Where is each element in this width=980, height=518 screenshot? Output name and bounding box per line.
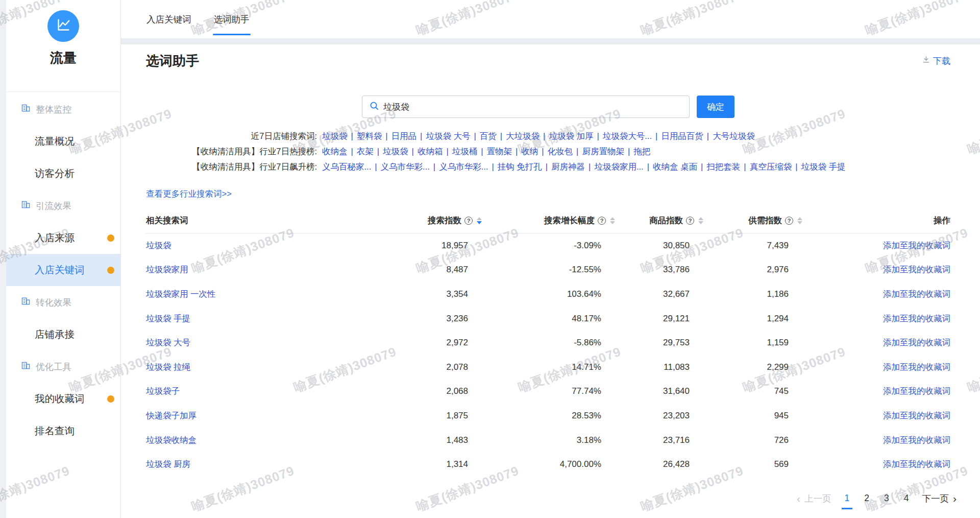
help-icon[interactable] — [686, 217, 694, 225]
keyword-link[interactable]: 垃圾袋家用 — [146, 265, 188, 274]
column-header-商品指数[interactable]: 商品指数 — [615, 215, 703, 226]
suggestion-keyword-link[interactable]: 收纳盒 — [322, 147, 348, 156]
suggestion-keyword-link[interactable]: 收纳 — [521, 147, 538, 156]
help-icon[interactable] — [598, 217, 606, 225]
sidebar-logo-block: 流量 — [6, 10, 120, 92]
keyword-cell: 垃圾袋 厨房 — [146, 459, 337, 470]
suggestion-keyword-link[interactable]: 扫把套装 — [706, 162, 740, 171]
tab-选词助手[interactable]: 选词助手 — [214, 0, 250, 38]
sidebar-item-排名查询[interactable]: 排名查询 — [6, 415, 120, 447]
suggestion-keyword-link[interactable]: 义乌百秘家... — [322, 162, 371, 171]
keyword-link[interactable]: 垃圾袋 手提 — [146, 314, 190, 323]
suggestion-keyword-link[interactable]: 义乌市华彩... — [439, 162, 488, 171]
keyword-link[interactable]: 快递袋子加厚 — [146, 411, 197, 420]
keyword-link[interactable]: 垃圾袋收纳盒 — [146, 435, 197, 444]
add-to-favorites-link[interactable]: 添加至我的收藏词 — [883, 411, 950, 420]
sort-caret-up-icon — [610, 217, 615, 220]
suggestion-keyword-link[interactable]: 垃圾袋 — [383, 147, 408, 156]
sort-icon[interactable] — [698, 217, 703, 224]
keyword-cell: 垃圾袋 — [146, 240, 337, 251]
suggestion-keyword-link[interactable]: 义乌市华彩... — [381, 162, 430, 171]
download-label: 下载 — [933, 55, 950, 67]
add-to-favorites-link[interactable]: 添加至我的收藏词 — [883, 338, 950, 347]
keyword-link[interactable]: 垃圾袋 大号 — [146, 338, 190, 347]
separator: | — [538, 147, 547, 156]
sidebar-item-入店关键词[interactable]: 入店关键词 — [6, 254, 120, 286]
confirm-button[interactable]: 确定 — [697, 96, 734, 118]
keyword-link[interactable]: 垃圾袋 — [146, 241, 172, 250]
suggestion-keyword-link[interactable]: 日用品 — [391, 131, 417, 140]
page-number-3[interactable]: 3 — [883, 492, 891, 505]
suggestion-keyword-link[interactable]: 垃圾袋大号... — [603, 131, 652, 140]
add-to-favorites-link[interactable]: 添加至我的收藏词 — [883, 289, 950, 298]
suggestion-keyword-link[interactable]: 垃圾袋 — [322, 131, 348, 140]
keyword-link[interactable]: 垃圾袋 厨房 — [146, 459, 190, 468]
column-header-搜索指数[interactable]: 搜索指数 — [337, 215, 482, 226]
value-cell-supply_demand: 7,439 — [703, 241, 802, 251]
help-icon[interactable] — [464, 217, 473, 225]
suggestion-keyword-link[interactable]: 拖把 — [633, 147, 650, 156]
add-to-favorites-link[interactable]: 添加至我的收藏词 — [883, 362, 950, 371]
next-page-button[interactable]: 下一页 — [922, 492, 957, 505]
suggestion-keyword-link[interactable]: 挂钩 免打孔 — [498, 162, 542, 171]
suggestion-keyword-link[interactable]: 垃圾袋 大号 — [426, 131, 470, 140]
suggestion-keyword-link[interactable]: 日用品百货 — [661, 131, 703, 140]
sort-icon[interactable] — [797, 217, 802, 224]
page-number-1[interactable]: 1 — [843, 492, 851, 505]
column-header-搜索增长幅度[interactable]: 搜索增长幅度 — [482, 215, 615, 226]
suggestion-keyword-link[interactable]: 百货 — [480, 131, 497, 140]
suggestion-keyword-link[interactable]: 收纳箱 — [418, 147, 443, 156]
suggestion-keyword-link[interactable]: 垃圾桶 — [452, 147, 478, 156]
suggestion-keyword-link[interactable]: 真空压缩袋 — [750, 162, 792, 171]
suggestion-keyword-link[interactable]: 大垃圾袋 — [506, 131, 540, 140]
column-header-供需指数[interactable]: 供需指数 — [703, 215, 802, 226]
keyword-link[interactable]: 垃圾袋子 — [146, 386, 180, 395]
page-number-4[interactable]: 4 — [902, 492, 911, 505]
add-to-favorites-link[interactable]: 添加至我的收藏词 — [883, 435, 950, 444]
page-number-2[interactable]: 2 — [863, 492, 871, 505]
suggestion-keyword-link[interactable]: 垃圾袋家用... — [594, 162, 643, 171]
value-cell-supply_demand: 1,159 — [703, 338, 802, 348]
table-row: 垃圾袋收纳盒1,4833.18%23,716726添加至我的收藏词 — [146, 428, 950, 453]
sidebar-item-访客分析[interactable]: 访客分析 — [6, 157, 120, 190]
separator: | — [512, 147, 521, 156]
tabbar-divider — [121, 38, 980, 44]
help-icon[interactable] — [785, 217, 793, 225]
suggestion-keyword-link[interactable]: 塑料袋 — [357, 131, 382, 140]
search-input[interactable] — [383, 102, 682, 112]
add-to-favorites-link[interactable]: 添加至我的收藏词 — [883, 265, 950, 274]
sidebar-item-流量概况[interactable]: 流量概况 — [6, 125, 120, 157]
keyword-link[interactable]: 垃圾袋家用 一次性 — [146, 289, 216, 298]
sort-icon[interactable] — [610, 217, 615, 224]
prev-page-button[interactable]: 上一页 — [797, 492, 831, 505]
building-icon — [21, 104, 30, 114]
table-row: 快递袋子加厚1,87528.53%23,203945添加至我的收藏词 — [146, 404, 950, 428]
add-to-favorites-link[interactable]: 添加至我的收藏词 — [883, 459, 950, 468]
suggestion-keyword-link[interactable]: 置物架 — [486, 147, 512, 156]
keyword-link[interactable]: 垃圾袋 拉绳 — [146, 362, 190, 371]
search-icon — [370, 101, 379, 112]
download-button[interactable]: 下载 — [922, 55, 950, 67]
value-cell-product_index: 33,786 — [615, 265, 703, 275]
sort-icon[interactable] — [477, 217, 482, 224]
add-to-favorites-link[interactable]: 添加至我的收藏词 — [883, 314, 950, 323]
sidebar-item-入店来源[interactable]: 入店来源 — [6, 222, 120, 254]
tab-入店关键词[interactable]: 入店关键词 — [146, 0, 191, 38]
value-cell-growth: 77.74% — [482, 386, 615, 396]
separator: | — [740, 162, 749, 171]
suggestion-keyword-link[interactable]: 厨房神器 — [551, 162, 585, 171]
add-to-favorites-link[interactable]: 添加至我的收藏词 — [883, 241, 950, 250]
separator: | — [703, 131, 713, 140]
suggestion-keyword-link[interactable]: 大号垃圾袋 — [713, 131, 755, 140]
suggestion-keyword-link[interactable]: 厨房置物架 — [582, 147, 624, 156]
suggestion-keyword-link[interactable]: 垃圾袋 手提 — [801, 162, 845, 171]
add-to-favorites-link[interactable]: 添加至我的收藏词 — [883, 386, 950, 395]
sidebar-label: 流量概况 — [35, 134, 75, 148]
suggestion-keyword-link[interactable]: 收纳盒 桌面 — [653, 162, 697, 171]
suggestion-keyword-link[interactable]: 衣架 — [357, 147, 374, 156]
suggestion-keyword-link[interactable]: 垃圾袋 加厚 — [549, 131, 593, 140]
more-industry-words-link[interactable]: 查看更多行业搜索词>> — [146, 189, 232, 200]
sidebar-item-店铺承接[interactable]: 店铺承接 — [6, 318, 120, 350]
suggestion-keyword-link[interactable]: 化妆包 — [548, 147, 573, 156]
sidebar-item-我的收藏词[interactable]: 我的收藏词 — [6, 383, 120, 415]
